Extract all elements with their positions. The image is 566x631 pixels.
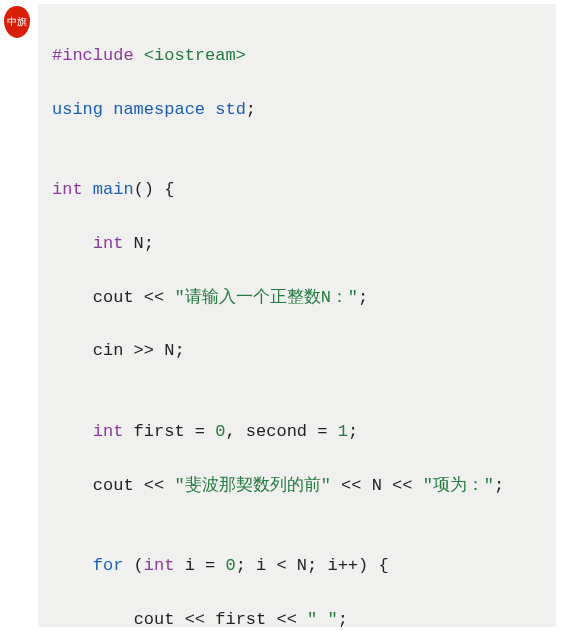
code-line: using namespace std; bbox=[52, 97, 542, 124]
code-text: cout << first << bbox=[52, 610, 307, 627]
type-keyword: int bbox=[93, 234, 124, 253]
code-line: int N; bbox=[52, 231, 542, 258]
code-line: int first = 0, second = 1; bbox=[52, 419, 542, 446]
code-text: , second = bbox=[225, 422, 337, 441]
string-literal: " " bbox=[307, 610, 338, 627]
code-line: #include <iostream> bbox=[52, 43, 542, 70]
type-keyword: int bbox=[144, 556, 175, 575]
code-line: cout << "请输入一个正整数N："; bbox=[52, 285, 542, 312]
number-literal: 1 bbox=[338, 422, 348, 441]
code-block: #include <iostream> using namespace std;… bbox=[38, 4, 556, 627]
code-line: cout << "斐波那契数列的前" << N << "项为："; bbox=[52, 473, 542, 500]
code-text: cout << bbox=[52, 476, 174, 495]
include-header: <iostream> bbox=[144, 46, 246, 65]
string-literal: "请输入一个正整数N：" bbox=[174, 288, 358, 307]
code-text: ; bbox=[338, 610, 348, 627]
code-line: int main() { bbox=[52, 177, 542, 204]
punct: ; bbox=[246, 100, 256, 119]
code-line: cout << first << " "; bbox=[52, 607, 542, 627]
identifier: std bbox=[215, 100, 246, 119]
code-text: i = bbox=[174, 556, 225, 575]
code-text: ; i < N; i++) { bbox=[236, 556, 389, 575]
keyword: namespace bbox=[113, 100, 205, 119]
string-literal: "斐波那契数列的前" bbox=[174, 476, 330, 495]
keyword: for bbox=[93, 556, 124, 575]
watermark-badge: 中旗 bbox=[4, 6, 30, 38]
string-literal: "项为：" bbox=[423, 476, 494, 495]
type-keyword: int bbox=[93, 422, 124, 441]
code-text: cout << bbox=[52, 288, 174, 307]
code-text: ; bbox=[348, 422, 358, 441]
code-line: for (int i = 0; i < N; i++) { bbox=[52, 553, 542, 580]
type-keyword: int bbox=[52, 180, 83, 199]
code-text: () { bbox=[134, 180, 175, 199]
function-name: main bbox=[93, 180, 134, 199]
number-literal: 0 bbox=[215, 422, 225, 441]
code-text: N; bbox=[123, 234, 154, 253]
code-text: ; bbox=[358, 288, 368, 307]
code-text: ; bbox=[494, 476, 504, 495]
code-text: first = bbox=[123, 422, 215, 441]
number-literal: 0 bbox=[225, 556, 235, 575]
keyword: using bbox=[52, 100, 103, 119]
preproc-keyword: #include bbox=[52, 46, 134, 65]
code-text: << N << bbox=[331, 476, 423, 495]
code-text: ( bbox=[123, 556, 143, 575]
watermark-text: 中旗 bbox=[7, 17, 27, 27]
code-line: cin >> N; bbox=[52, 338, 542, 365]
